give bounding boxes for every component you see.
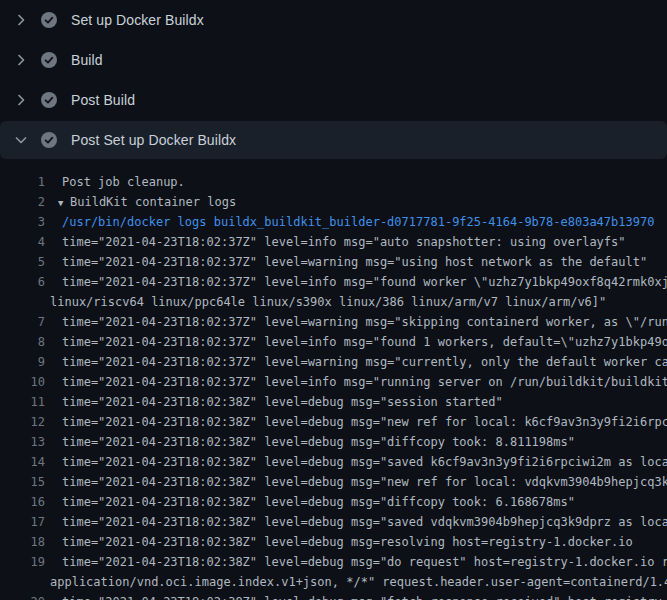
step-label: Build	[71, 52, 103, 68]
log-text: time="2021-04-23T18:02:38Z" level=debug …	[62, 512, 667, 532]
log-line: 18time="2021-04-23T18:02:38Z" level=debu…	[0, 532, 667, 552]
line-number[interactable]: 15	[0, 472, 45, 492]
log-line: 19time="2021-04-23T18:02:38Z" level=debu…	[0, 552, 667, 572]
actions-log-viewer: Set up Docker BuildxBuildPost BuildPost …	[0, 0, 667, 600]
log-line: 8time="2021-04-23T18:02:37Z" level=info …	[0, 332, 667, 352]
chevron-right-icon[interactable]	[13, 52, 29, 68]
log-line: 5time="2021-04-23T18:02:37Z" level=warni…	[0, 252, 667, 272]
log-text: time="2021-04-23T18:02:37Z" level=info m…	[62, 272, 667, 292]
collapse-triangle-icon[interactable]: ▼	[58, 193, 70, 213]
log-line: 9time="2021-04-23T18:02:37Z" level=warni…	[0, 352, 667, 372]
step-row[interactable]: Set up Docker Buildx	[0, 0, 667, 40]
chevron-right-icon[interactable]	[13, 92, 29, 108]
log-line: 13time="2021-04-23T18:02:38Z" level=debu…	[0, 432, 667, 452]
line-number[interactable]: 16	[0, 492, 45, 512]
log-line: 4time="2021-04-23T18:02:37Z" level=info …	[0, 232, 667, 252]
line-number[interactable]: 19	[0, 552, 45, 572]
log-text: time="2021-04-23T18:02:37Z" level=info m…	[62, 372, 667, 392]
line-number[interactable]: 1	[0, 172, 45, 192]
check-circle-icon	[41, 92, 57, 108]
step-row[interactable]: Post Build	[0, 80, 667, 120]
step-row[interactable]: Post Set up Docker Buildx	[0, 121, 667, 159]
log-line: 16time="2021-04-23T18:02:38Z" level=debu…	[0, 492, 667, 512]
line-number[interactable]: 17	[0, 512, 45, 532]
log-text: application/vnd.oci.image.index.v1+json,…	[50, 572, 667, 592]
line-number[interactable]: 7	[0, 312, 45, 332]
chevron-down-icon[interactable]	[13, 132, 29, 148]
line-number[interactable]: 4	[0, 232, 45, 252]
log-text: time="2021-04-23T18:02:38Z" level=debug …	[62, 472, 667, 492]
line-number[interactable]: 5	[0, 252, 45, 272]
log-line: 6time="2021-04-23T18:02:37Z" level=info …	[0, 272, 667, 292]
log-text: time="2021-04-23T18:02:38Z" level=debug …	[62, 412, 667, 432]
check-circle-icon	[41, 52, 57, 68]
log-line: 15time="2021-04-23T18:02:38Z" level=debu…	[0, 472, 667, 492]
line-number[interactable]: 12	[0, 412, 45, 432]
log-line: 17time="2021-04-23T18:02:38Z" level=debu…	[0, 512, 667, 532]
log-line: 2▼BuildKit container logs	[0, 192, 667, 212]
line-number[interactable]: 8	[0, 332, 45, 352]
log-line: 12time="2021-04-23T18:02:38Z" level=debu…	[0, 412, 667, 432]
log-text: BuildKit container logs	[70, 192, 236, 212]
log-text: time="2021-04-23T18:02:38Z" level=debug …	[62, 392, 503, 412]
step-label: Post Set up Docker Buildx	[71, 132, 236, 148]
line-number[interactable]: 2	[0, 192, 45, 212]
log-text: time="2021-04-23T18:02:37Z" level=warnin…	[62, 252, 647, 272]
log-line: 11time="2021-04-23T18:02:38Z" level=debu…	[0, 392, 667, 412]
check-circle-icon	[41, 132, 57, 148]
steps-list: Set up Docker BuildxBuildPost BuildPost …	[0, 0, 667, 159]
log-text: time="2021-04-23T18:02:37Z" level=warnin…	[62, 352, 667, 372]
line-number[interactable]: 11	[0, 392, 45, 412]
line-number[interactable]: 10	[0, 372, 45, 392]
log-text: time="2021-04-23T18:02:37Z" level=warnin…	[62, 312, 667, 332]
chevron-right-icon[interactable]	[13, 12, 29, 28]
line-number[interactable]: 13	[0, 432, 45, 452]
log-text: time="2021-04-23T18:02:38Z" level=debug …	[62, 532, 633, 552]
log-text: time="2021-04-23T18:02:38Z" level=debug …	[62, 492, 575, 512]
log-line: 10time="2021-04-23T18:02:37Z" level=info…	[0, 372, 667, 392]
log-line: 7time="2021-04-23T18:02:37Z" level=warni…	[0, 312, 667, 332]
log-line: application/vnd.oci.image.index.v1+json,…	[0, 572, 667, 592]
step-label: Set up Docker Buildx	[71, 12, 204, 28]
log-line: linux/riscv64 linux/ppc64le linux/s390x …	[0, 292, 667, 312]
line-number[interactable]: 14	[0, 452, 45, 472]
line-number[interactable]: 3	[0, 212, 45, 232]
log-text: time="2021-04-23T18:02:38Z" level=debug …	[62, 592, 667, 600]
log-line: 1Post job cleanup.	[0, 172, 667, 192]
line-number[interactable]: 9	[0, 352, 45, 372]
log-text: time="2021-04-23T18:02:38Z" level=debug …	[62, 552, 667, 572]
log-text: time="2021-04-23T18:02:37Z" level=info m…	[62, 232, 626, 252]
log-line: 20time="2021-04-23T18:02:38Z" level=debu…	[0, 592, 667, 600]
log-text: Post job cleanup.	[62, 172, 185, 192]
log-area: 1Post job cleanup.2▼BuildKit container l…	[0, 160, 667, 600]
log-text: time="2021-04-23T18:02:37Z" level=info m…	[62, 332, 667, 352]
log-text: time="2021-04-23T18:02:38Z" level=debug …	[62, 452, 667, 472]
log-text: linux/riscv64 linux/ppc64le linux/s390x …	[50, 292, 606, 312]
line-number[interactable]: 18	[0, 532, 45, 552]
check-circle-icon	[41, 12, 57, 28]
log-command-text: /usr/bin/docker logs buildx_buildkit_bui…	[62, 212, 654, 232]
log-text: time="2021-04-23T18:02:38Z" level=debug …	[62, 432, 575, 452]
step-label: Post Build	[71, 92, 135, 108]
step-row[interactable]: Build	[0, 40, 667, 80]
log-line: 3/usr/bin/docker logs buildx_buildkit_bu…	[0, 212, 667, 232]
log-line: 14time="2021-04-23T18:02:38Z" level=debu…	[0, 452, 667, 472]
line-number[interactable]: 6	[0, 272, 45, 292]
line-number[interactable]: 20	[0, 592, 45, 600]
